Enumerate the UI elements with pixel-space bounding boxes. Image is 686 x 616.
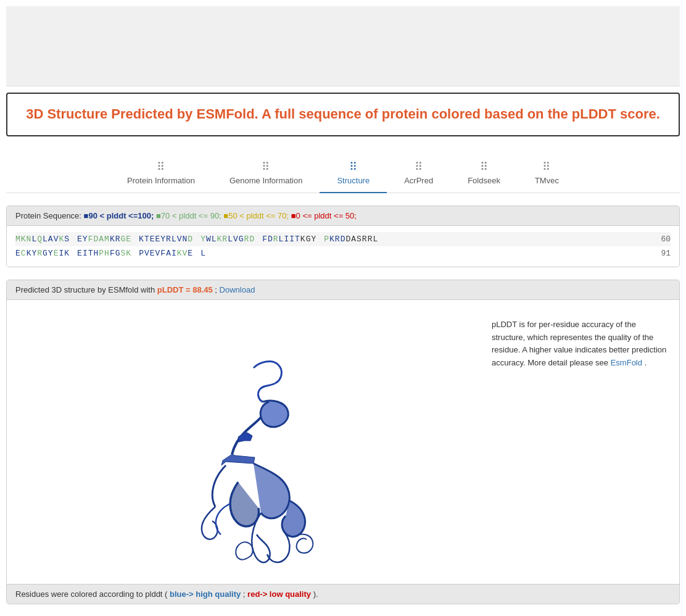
tab-tmvec[interactable]: ⠿ TMvec (518, 155, 576, 193)
tab-structure-icon: ⠿ (349, 160, 358, 173)
download-link[interactable]: Download (220, 285, 255, 294)
plddt-value: pLDDT = 88.45 (157, 285, 213, 294)
seq-group-1-6: PKRDDASRRL (324, 235, 378, 244)
footer-sep: ; (243, 589, 247, 599)
title-box: 3D Structure Predicted by ESMFold. A ful… (6, 93, 680, 136)
tab-foldseek-icon: ⠿ (480, 160, 489, 173)
sequence-header: Protein Sequence: ■90 < plddt <=100; ■70… (7, 206, 679, 226)
legend-yellow: ■50 < plddt <= 70; (223, 211, 289, 220)
seq-group-1-2: EYFDAMKRGE (77, 235, 131, 244)
seq-groups-1: MKNLQLAVKS EYFDAMKRGE KTEEYRLVND YWLKRLV… (15, 235, 378, 244)
esmfold-link[interactable]: EsmFold (611, 358, 642, 367)
esmfold-suffix: . (645, 358, 647, 367)
tab-acrpred-icon: ⠿ (415, 160, 423, 173)
structure-footer: Residues were colored according to plddt… (7, 584, 679, 604)
page-wrapper: 3D Structure Predicted by ESMFold. A ful… (0, 0, 686, 616)
structure-section: Predicted 3D structure by ESMfold with p… (6, 280, 680, 604)
sequence-section: Protein Sequence: ■90 < plddt <=100; ■70… (6, 206, 680, 267)
sequence-row-2: ECKYRGYEIK EITHPHFGSK PVEVFAIKVE L 91 (15, 246, 671, 260)
tab-structure[interactable]: ⠿ Structure (320, 155, 387, 193)
structure-separator: ; (215, 285, 219, 294)
seq-group-2-2: EITHPHFGSK (77, 249, 131, 258)
structure-content: pLDDT is for per-residue accuracy of the… (7, 300, 679, 584)
tab-structure-label: Structure (337, 176, 370, 185)
structure-info: pLDDT is for per-residue accuracy of the… (492, 312, 671, 370)
tab-protein-information[interactable]: ⠿ Protein Information (110, 155, 212, 193)
seq-number-1: 60 (646, 235, 671, 244)
footer-prefix: Residues were colored according to plddt… (15, 589, 170, 599)
page-title: 3D Structure Predicted by ESMFold. A ful… (26, 105, 660, 124)
nav-tabs: ⠿ Protein Information ⠿ Genome Informati… (6, 149, 680, 193)
seq-group-2-3: PVEVFAIKVE (139, 249, 193, 258)
seq-group-2-1: ECKYRGYEIK (15, 249, 70, 258)
tab-acrpred[interactable]: ⠿ AcrPred (387, 155, 450, 193)
structure-viewer (15, 312, 479, 572)
tab-foldseek-label: Foldseek (468, 176, 500, 185)
seq-group-2-4: L (200, 249, 206, 258)
tab-genome-info-label: Genome Information (229, 176, 303, 185)
sequence-block: MKNLQLAVKS EYFDAMKRGE KTEEYRLVND YWLKRLV… (7, 226, 679, 267)
tab-genome-information[interactable]: ⠿ Genome Information (212, 155, 320, 193)
tab-genome-info-icon: ⠿ (262, 160, 270, 173)
legend-green: ■70 < plddt <= 90; (156, 211, 221, 220)
structure-header-prefix: Predicted 3D structure by ESMfold with (15, 285, 157, 294)
header-spacer (6, 6, 680, 86)
legend-red: ■0 <= plddt <= 50; (291, 211, 357, 220)
tab-protein-info-label: Protein Information (127, 176, 195, 185)
tab-tmvec-label: TMvec (535, 176, 559, 185)
seq-group-1-1: MKNLQLAVKS (15, 235, 70, 244)
seq-groups-2: ECKYRGYEIK EITHPHFGSK PVEVFAIKVE L (15, 249, 206, 258)
footer-blue-text: blue-> high quality (170, 589, 241, 599)
tab-tmvec-icon: ⠿ (542, 160, 551, 173)
tab-protein-info-icon: ⠿ (157, 160, 165, 173)
seq-group-1-5: FDRLIITKGY (262, 235, 316, 244)
structure-header: Predicted 3D structure by ESMfold with p… (7, 280, 679, 300)
sequence-header-prefix: Protein Sequence: (15, 211, 84, 220)
sequence-row-1: MKNLQLAVKS EYFDAMKRGE KTEEYRLVND YWLKRLV… (15, 232, 671, 246)
tab-acrpred-label: AcrPred (404, 176, 433, 185)
footer-suffix: ). (313, 589, 318, 599)
protein-3d-image (130, 318, 365, 565)
footer-red-text: red-> low quality (247, 589, 311, 599)
seq-group-1-4: YWLKRLVGRD (200, 235, 255, 244)
legend-blue: ■90 < plddt <=100; (84, 211, 154, 220)
tab-foldseek[interactable]: ⠿ Foldseek (450, 155, 518, 193)
seq-group-1-3: KTEEYRLVND (139, 235, 193, 244)
seq-number-2: 91 (646, 249, 671, 258)
